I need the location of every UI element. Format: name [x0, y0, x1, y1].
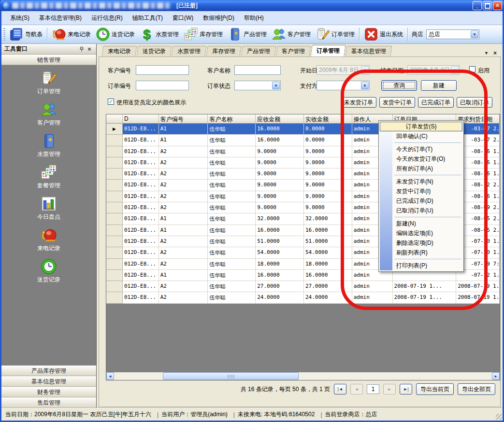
tab-order[interactable]: 订单管理 — [310, 45, 346, 56]
sidebar-group-after-sale[interactable]: 售后管理 — [1, 397, 96, 408]
start-date-picker[interactable]: 2009年 6月 8日 ▼ — [317, 65, 370, 75]
context-menu-item-all-orders[interactable]: 所有的订单(A) — [380, 164, 462, 173]
menu-runtime-info[interactable]: 运行信息(R) — [86, 13, 128, 24]
table-row[interactable]: 012D-E8...A2伍华聪27.000027.0000admin2008-0… — [106, 281, 500, 292]
row-selector[interactable] — [106, 202, 123, 213]
toolbar-inventory-button[interactable]: 库存管理 — [181, 26, 225, 42]
order-no-input[interactable] — [136, 81, 189, 90]
menu-data-maintain[interactable]: 数据维护(D) — [198, 13, 239, 24]
context-menu-item-print-list[interactable]: 打印列表(P) — [380, 261, 462, 270]
row-selector[interactable] — [106, 259, 123, 270]
context-menu-item-order-ship[interactable]: 订单发货(S) — [380, 122, 462, 131]
customer-no-input[interactable] — [136, 65, 189, 75]
sidebar-item-customer[interactable]: 客户管理 — [1, 101, 96, 127]
sidebar-item-today-check[interactable]: 今日盘点 — [1, 196, 96, 221]
sidebar-group-finance[interactable]: 财务管理 — [1, 387, 96, 397]
context-menu-item-delete-selected[interactable]: 删除选定项(D) — [380, 238, 462, 248]
context-menu-item-unshipped-orders[interactable]: 未发货订单(N) — [380, 177, 462, 186]
tab-close-icon[interactable]: × — [493, 50, 497, 56]
context-menu-item-new[interactable]: 新建(N) — [380, 219, 462, 228]
minimize-button[interactable]: _ — [473, 1, 482, 10]
toolbar-delivery-records-button[interactable]: 送货记录 — [93, 26, 137, 42]
scrollbar-track[interactable] — [114, 372, 492, 380]
row-selector[interactable] — [106, 292, 123, 303]
row-selector[interactable] — [106, 225, 123, 236]
unshipped-orders-button[interactable]: 未发货订单 — [341, 97, 376, 108]
tab-water-ticket[interactable]: 水票管理 — [171, 46, 206, 56]
close-button[interactable]: × — [493, 1, 502, 10]
menu-aux-tools[interactable]: 辅助工具(T) — [128, 13, 168, 24]
context-menu-item-shipping-orders[interactable]: 发货中订单(I) — [380, 186, 462, 196]
row-selector[interactable] — [106, 180, 123, 191]
tab-customer[interactable]: 客户管理 — [275, 46, 311, 56]
toolbar-order-button[interactable]: 订单管理 — [313, 26, 357, 42]
context-menu-item-refresh-list[interactable]: 刷新列表(R) — [380, 248, 462, 257]
row-selector[interactable] — [106, 213, 123, 225]
context-menu-item-receipt-confirm[interactable]: 回单确认(C) — [380, 131, 462, 141]
export-current-page-button[interactable]: 导出当前页 — [416, 383, 454, 395]
sidebar-item-order[interactable]: 订单管理 — [1, 70, 96, 96]
scrollbar-thumb[interactable] — [163, 372, 299, 380]
sidebar-group-sales[interactable]: 销售管理 — [1, 55, 96, 65]
context-menu-item-completed-orders[interactable]: 已完成订单(D) — [380, 196, 462, 206]
toolbar-grip[interactable] — [3, 28, 5, 41]
chevron-down-icon[interactable]: ▼ — [471, 30, 478, 38]
row-selector[interactable] — [106, 281, 123, 292]
row-selector[interactable] — [106, 135, 123, 146]
tab-call-records[interactable]: 来电记录 — [101, 46, 137, 56]
toolbar-exit-button[interactable]: 退出系统 — [361, 26, 405, 42]
column-header-received[interactable]: 实收金额 — [304, 114, 352, 124]
horizontal-scrollbar[interactable]: ◄ ► — [106, 372, 500, 380]
maximize-button[interactable] — [483, 1, 492, 10]
end-date-picker[interactable]: 2009年 6月 8日 ▼ — [407, 65, 460, 75]
row-selector[interactable] — [106, 169, 123, 180]
chevron-down-icon[interactable]: ▼ — [361, 66, 369, 74]
tab-inventory[interactable]: 库存管理 — [206, 46, 241, 56]
sidebar-item-water-ticket[interactable]: 水票管理 — [1, 133, 96, 158]
toolbar-water-ticket-button[interactable]: $水票管理 — [137, 26, 181, 42]
toolbar-customer-button[interactable]: 客户管理 — [269, 26, 313, 42]
color-option-checkbox[interactable]: ✓ — [108, 98, 114, 105]
tab-product[interactable]: 产品管理 — [241, 46, 276, 56]
tab-delivery-records[interactable]: 送货记录 — [136, 46, 172, 56]
row-selector[interactable] — [106, 247, 123, 258]
toolbar-nav-bar-button[interactable]: 导航条 — [7, 26, 45, 42]
chevron-down-icon[interactable]: ▼ — [272, 82, 280, 89]
last-page-button[interactable]: ►| — [400, 384, 412, 394]
order-status-combobox[interactable]: ▼ — [234, 81, 281, 90]
column-header-customer-no[interactable]: 客户编号 — [159, 114, 208, 124]
first-page-button[interactable]: |◄ — [334, 384, 346, 394]
resize-grip[interactable] — [496, 414, 502, 420]
menu-system[interactable]: 系统(S) — [5, 13, 34, 24]
prev-page-button[interactable]: ◄ — [350, 384, 363, 394]
completed-orders-button[interactable]: 已完成订单 — [418, 97, 454, 108]
menu-help[interactable]: 帮助(H) — [239, 13, 269, 24]
toolbar-product-button[interactable]: 产品管理 — [225, 26, 269, 42]
chevron-down-icon[interactable]: ▼ — [361, 82, 369, 89]
row-selector[interactable]: ▶ — [106, 124, 123, 135]
sidebar-item-delivery-records[interactable]: 送货记录 — [1, 258, 96, 284]
tab-list-dropdown-icon[interactable]: ▼ — [484, 51, 489, 56]
sidebar-item-package[interactable]: 套餐管理 — [1, 164, 96, 190]
enable-checkbox[interactable] — [469, 66, 475, 72]
store-combobox[interactable]: 总店 ▼ — [426, 29, 479, 39]
row-selector[interactable] — [106, 146, 123, 157]
sidebar-group-product-inventory[interactable]: 产品库存管理 — [1, 366, 96, 376]
column-header-receivable[interactable]: 应收金额 — [256, 114, 304, 124]
cancelled-orders-button[interactable]: 已取消订单 — [457, 97, 492, 108]
row-selector[interactable] — [106, 270, 123, 281]
next-page-button[interactable]: ► — [383, 384, 396, 394]
sidebar-item-call-records[interactable]: 来电记录 — [1, 227, 96, 253]
row-selector[interactable] — [106, 236, 123, 247]
pin-icon[interactable] — [78, 45, 86, 53]
query-button[interactable]: 查询 — [381, 80, 417, 91]
pay-method-combobox[interactable]: ▼ — [317, 81, 370, 90]
export-all-pages-button[interactable]: 导出全部页 — [458, 383, 495, 395]
sidebar-close-icon[interactable]: × — [86, 45, 93, 53]
table-row[interactable]: 012D-E8...A2伍华聪24.000024.0000admin2008-0… — [106, 292, 500, 303]
context-menu-item-today-ship-orders[interactable]: 今天的发货订单(O) — [380, 154, 462, 164]
new-button[interactable]: 新建 — [421, 80, 457, 91]
menu-basic-info[interactable]: 基本信息管理(B) — [34, 13, 86, 24]
scroll-left-icon[interactable]: ◄ — [106, 372, 114, 380]
context-menu-item-cancelled-orders[interactable]: 已取消订单(U) — [380, 206, 462, 215]
